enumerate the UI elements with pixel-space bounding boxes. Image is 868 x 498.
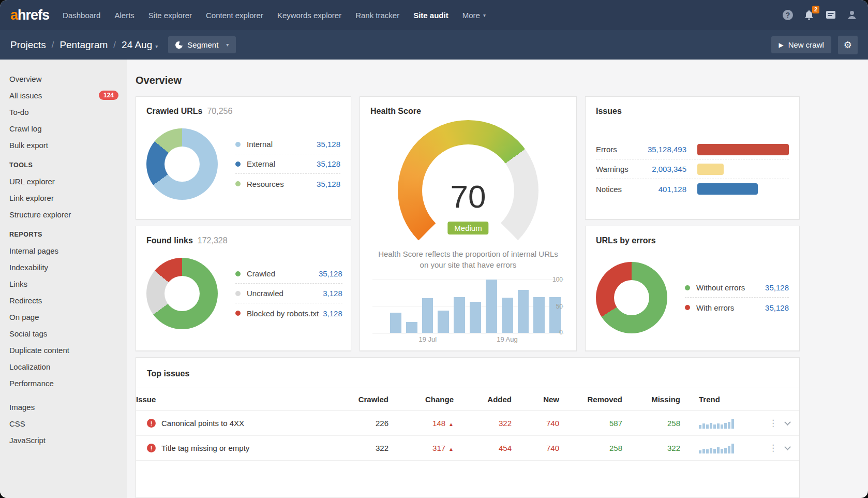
legend-value-link[interactable]: 35,128	[312, 159, 340, 168]
crawl-date-dropdown[interactable]: 24 Aug▾	[122, 39, 158, 51]
crawled-count-link[interactable]: 226	[376, 419, 388, 428]
sidebar-item-structure-explorer[interactable]: Structure explorer	[9, 206, 127, 223]
sidebar-item-label: Bulk export	[9, 141, 48, 150]
feedback-button[interactable]	[825, 10, 836, 20]
sidebar-item-redirects[interactable]: Redirects	[9, 292, 127, 309]
sidebar-item-label: Redirects	[9, 296, 42, 305]
legend-value-link[interactable]: 35,128	[761, 283, 789, 292]
crawl-settings-button[interactable]: ⚙	[838, 36, 858, 54]
legend-value-link[interactable]: 3,128	[319, 289, 342, 298]
column-header-crawled[interactable]: Crawled	[327, 388, 388, 411]
sidebar-item-link-explorer[interactable]: Link explorer	[9, 189, 127, 206]
kebab-menu-icon[interactable]: ⋮	[769, 419, 777, 428]
removed-count-link[interactable]: 258	[609, 444, 622, 452]
missing-count-link[interactable]: 322	[667, 444, 680, 452]
column-header-added[interactable]: Added	[454, 388, 512, 411]
sidebar-item-url-explorer[interactable]: URL explorer	[9, 173, 127, 189]
chevron-down-icon[interactable]	[784, 444, 791, 450]
change-count-link[interactable]: 317	[432, 444, 445, 452]
change-count: 148▲	[388, 411, 454, 436]
sidebar-item-duplicate-content[interactable]: Duplicate content	[9, 342, 127, 358]
issues-row-value-link[interactable]: 2,003,345	[640, 165, 697, 173]
row-actions: ⋮	[759, 419, 799, 428]
sidebar-item-label: Localization	[9, 362, 50, 371]
nav-item-site-audit[interactable]: Site audit	[413, 11, 448, 20]
sidebar-item-on-page[interactable]: On page	[9, 309, 127, 325]
ahrefs-logo[interactable]: ahrefs	[10, 7, 49, 23]
primary-nav: DashboardAlertsSite explorerContent expl…	[63, 11, 486, 20]
new-count-link[interactable]: 740	[546, 419, 559, 428]
trend-sparkline[interactable]	[699, 441, 734, 453]
added-count-link[interactable]: 322	[499, 419, 512, 428]
legend-value-link[interactable]: 35,128	[312, 140, 340, 149]
notifications-button[interactable]: 2	[803, 9, 815, 21]
legend-label: Blocked by robots.txt	[247, 309, 319, 318]
sidebar-item-links[interactable]: Links	[9, 275, 127, 292]
nav-item-content-explorer[interactable]: Content explorer	[206, 11, 263, 20]
sidebar-item-localization[interactable]: Localization	[9, 358, 127, 375]
sidebar-item-social-tags[interactable]: Social tags	[9, 325, 127, 342]
sidebar-group: OverviewAll issues124To-doCrawl logBulk …	[9, 70, 127, 153]
sidebar-item-images[interactable]: Images	[9, 399, 127, 415]
account-button[interactable]	[846, 9, 858, 21]
issue-link-canonical-points-to-4xx[interactable]: !Canonical points to 4XX	[136, 419, 327, 428]
sidebar-item-bulk-export[interactable]: Bulk export	[9, 137, 127, 153]
legend-label: Uncrawled	[247, 289, 283, 298]
segment-dropdown-button[interactable]: Segment ▾	[168, 36, 236, 53]
breadcrumb-project-name[interactable]: Pentagram	[59, 39, 108, 51]
trend-sparkline[interactable]	[699, 416, 734, 429]
legend-item-blocked-by-robots-txt: Blocked by robots.txt3,128	[235, 303, 342, 323]
help-icon[interactable]: ?	[783, 10, 793, 20]
issues-row-value-link[interactable]: 401,128	[640, 185, 697, 194]
nav-item-site-explorer[interactable]: Site explorer	[148, 11, 192, 20]
column-header-issue[interactable]: Issue	[136, 388, 327, 411]
sidebar-item-css[interactable]: CSS	[9, 415, 127, 432]
column-header-new[interactable]: New	[512, 388, 559, 411]
sidebar-item-overview[interactable]: Overview	[9, 70, 127, 87]
sidebar-item-label: Indexability	[9, 263, 48, 272]
chevron-down-icon[interactable]	[784, 419, 791, 426]
top-issues-card: Top issues IssueCrawledChangeAddedNewRem…	[136, 357, 800, 498]
legend-label: Resources	[247, 180, 284, 188]
column-header-missing[interactable]: Missing	[622, 388, 680, 411]
crawled-count-link[interactable]: 322	[376, 444, 388, 452]
sidebar-item-internal-pages[interactable]: Internal pages	[9, 242, 127, 259]
sidebar-item-javascript[interactable]: JavaScript	[9, 432, 127, 448]
legend-value-link[interactable]: 35,128	[761, 303, 789, 312]
issues-row-value-link[interactable]: 35,128,493	[640, 145, 697, 154]
nav-item-dashboard[interactable]: Dashboard	[63, 11, 100, 20]
sidebar-item-label: Performance	[9, 379, 54, 388]
sidebar-item-crawl-log[interactable]: Crawl log	[9, 120, 127, 137]
nav-item-alerts[interactable]: Alerts	[114, 11, 134, 20]
column-header-removed[interactable]: Removed	[559, 388, 622, 411]
sidebar-item-all-issues[interactable]: All issues124	[9, 87, 127, 104]
error-icon: !	[147, 444, 156, 452]
change-count-link[interactable]: 148	[432, 419, 445, 428]
new-count-link[interactable]: 740	[546, 444, 559, 452]
legend-item-without-errors: Without errors35,128	[685, 278, 789, 298]
nav-item-keywords-explorer[interactable]: Keywords explorer	[277, 11, 341, 20]
added-count-link[interactable]: 454	[499, 444, 512, 452]
kebab-menu-icon[interactable]: ⋮	[769, 444, 777, 452]
new-crawl-button[interactable]: ▶ New crawl	[771, 36, 831, 53]
issue-link-title-tag-missing-or-empty[interactable]: !Title tag missing or empty	[136, 444, 327, 452]
nav-item-rank-tracker[interactable]: Rank tracker	[355, 11, 399, 20]
nav-item-more[interactable]: More▾	[462, 11, 486, 20]
breadcrumb-projects[interactable]: Projects	[10, 39, 46, 51]
main-content: Overview Crawled URLs 70,256 Internal35,…	[127, 60, 868, 498]
sidebar-item-to-do[interactable]: To-do	[9, 104, 127, 120]
legend-value-link[interactable]: 3,128	[319, 309, 342, 318]
overview-cards-grid: Crawled URLs 70,256 Internal35,128Extern…	[136, 96, 860, 498]
sidebar-item-performance[interactable]: Performance	[9, 375, 127, 391]
legend-value-link[interactable]: 35,128	[312, 180, 340, 188]
missing-count-link[interactable]: 258	[667, 419, 680, 428]
column-header-change[interactable]: Change	[388, 388, 454, 411]
health-score-card: Health Score 70 Medium Health Score refl…	[360, 96, 577, 351]
logo-a: a	[10, 7, 18, 23]
removed-count-link[interactable]: 587	[609, 419, 622, 428]
legend-value-link[interactable]: 35,128	[315, 269, 342, 278]
column-header-trend[interactable]: Trend	[680, 388, 759, 411]
sidebar-item-indexability[interactable]: Indexability	[9, 259, 127, 275]
sidebar-group: ImagesCSSJavaScript	[9, 399, 127, 448]
sparkline-bar	[717, 447, 720, 453]
